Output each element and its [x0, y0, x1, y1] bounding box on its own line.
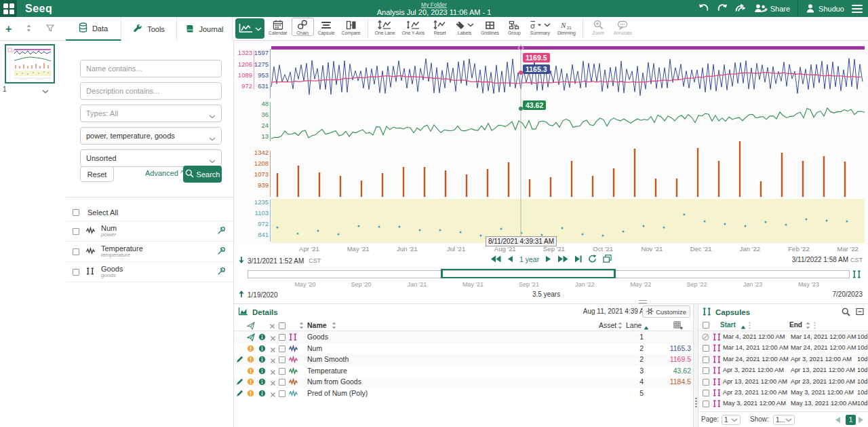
sort-up-icon[interactable] — [644, 323, 649, 331]
sort-select[interactable]: Unsorted — [80, 149, 222, 167]
tool-gridlines[interactable]: Gridlines — [478, 18, 502, 36]
chart-type-button[interactable] — [235, 18, 264, 39]
reset-button[interactable]: Reset — [80, 166, 114, 182]
sort-worksheets-icon[interactable] — [26, 24, 31, 33]
remove-icon[interactable] — [270, 346, 276, 354]
user-menu[interactable]: Shuduo — [806, 3, 844, 14]
capsule-row[interactable]: May 3, 2021 12:00 AMMay 13, 2021 12:00 A… — [698, 398, 868, 409]
tool-chain[interactable]: Chain — [292, 18, 314, 36]
kebab-icon[interactable] — [749, 322, 751, 331]
pencil-icon[interactable] — [236, 390, 243, 398]
share-forward-icon[interactable] — [735, 3, 747, 14]
capsule-checkbox[interactable] — [703, 356, 709, 363]
remove-icon[interactable] — [270, 379, 276, 388]
sort-up-icon[interactable] — [741, 323, 746, 331]
range-duration[interactable]: 1 year — [519, 255, 539, 263]
info-icon[interactable] — [258, 333, 266, 342]
advanced-link[interactable]: Advanced ^ — [145, 169, 184, 177]
types-select[interactable]: Types: All — [80, 105, 222, 122]
step-forward-icon[interactable] — [545, 255, 551, 264]
info-icon[interactable] — [258, 378, 266, 387]
row-checkbox[interactable] — [279, 346, 285, 352]
add-column-icon[interactable] — [673, 321, 683, 331]
select-all-rows-checkbox[interactable] — [279, 322, 285, 329]
redo-icon[interactable] — [717, 3, 728, 14]
sort-icon[interactable] — [806, 322, 810, 331]
tab-data[interactable]: Data — [66, 17, 121, 41]
kebab-icon[interactable] — [814, 322, 816, 331]
current-page[interactable]: 1 — [846, 415, 856, 425]
next-page-icon[interactable] — [858, 416, 864, 425]
remove-icon[interactable] — [270, 357, 276, 365]
datasource-select[interactable]: power, temperature, goods — [80, 127, 222, 145]
capsule-checkbox[interactable] — [703, 390, 709, 396]
trend-chart[interactable]: 1323120610899721597127595363148362413134… — [234, 41, 868, 244]
row-checkbox[interactable] — [279, 379, 285, 386]
duplicate-range-icon[interactable] — [603, 255, 612, 264]
breadcrumb[interactable]: My Folder — [421, 1, 447, 8]
info-icon[interactable] — [258, 356, 266, 365]
select-all-row[interactable]: Select All — [66, 204, 234, 221]
range-start[interactable]: 3/11/2021 1:52 AM — [248, 257, 304, 265]
capsule-checkbox[interactable] — [703, 345, 709, 352]
item-checkbox[interactable] — [73, 228, 79, 235]
tool-dimming[interactable]: N21Dimming — [555, 18, 578, 36]
pencil-icon[interactable] — [236, 356, 243, 365]
warning-icon[interactable] — [247, 356, 254, 365]
warning-icon[interactable] — [247, 390, 254, 398]
details-row-num[interactable]: Num21165.3 — [234, 344, 693, 355]
capsule-row[interactable]: Mar 24, 2021 12:00 AMApr 3, 2021 12:00 A… — [698, 354, 868, 365]
tool-capsule[interactable]: Capsule — [315, 18, 338, 36]
timebar-selected-window[interactable] — [441, 269, 616, 278]
pin-icon[interactable] — [217, 226, 226, 236]
select-all-checkbox[interactable] — [73, 209, 79, 216]
pencil-icon[interactable] — [236, 378, 243, 387]
item-checkbox[interactable] — [73, 269, 79, 276]
page-title[interactable]: Analysis Jul 20, 2023 11:06 AM - 1 — [377, 8, 492, 16]
sort-icon[interactable] — [299, 322, 304, 331]
details-row-temperature[interactable]: Temperature343.62 — [234, 366, 693, 377]
row-checkbox[interactable] — [279, 368, 285, 375]
worksheet-chevron-down-icon[interactable] — [42, 87, 49, 95]
tool-compare[interactable]: Compare — [339, 18, 363, 36]
page-select[interactable]: 1 — [722, 415, 741, 425]
skip-to-end-icon[interactable] — [574, 255, 582, 264]
tool-one-y-axis[interactable]: One Y-Axis — [399, 18, 427, 36]
details-row-num-smooth[interactable]: Num Smooth21169.5 — [234, 354, 693, 366]
range-start-arrow-icon[interactable] — [238, 256, 245, 265]
capsule-checkbox[interactable] — [703, 379, 709, 386]
capsule-row[interactable]: Apr 13, 2021 12:00 AMApr 23, 2021 12:00 … — [698, 377, 868, 388]
row-checkbox[interactable] — [279, 390, 285, 397]
capsule-row[interactable]: Mar 14, 2021 12:00 AMMar 24, 2021 12:00 … — [698, 343, 868, 354]
row-checkbox[interactable] — [279, 356, 285, 363]
refresh-icon[interactable] — [588, 255, 597, 264]
sort-icon[interactable] — [332, 322, 336, 331]
capsule-row[interactable]: Apr 3, 2021 12:00 AMApr 13, 2021 12:00 A… — [698, 365, 868, 376]
row-checkbox[interactable] — [279, 334, 285, 341]
pin-icon[interactable] — [217, 246, 226, 257]
capsule-checkbox[interactable] — [703, 401, 709, 407]
range-end[interactable]: 3/11/2022 1:58 AM — [792, 256, 848, 263]
sort-icon[interactable] — [618, 322, 623, 331]
panel-splitter[interactable] — [693, 304, 698, 427]
share-button[interactable]: Share — [754, 3, 790, 14]
undo-icon[interactable] — [698, 3, 709, 14]
worksheet-thumbnail[interactable] — [5, 44, 55, 83]
remove-all-icon[interactable] — [269, 322, 275, 331]
tool-labels[interactable]: Labels — [452, 18, 477, 36]
tab-journal[interactable]: Journal — [177, 17, 233, 41]
description-contains-input[interactable]: Description contains... — [80, 82, 222, 100]
tab-tools[interactable]: Tools — [121, 17, 177, 41]
add-worksheet-button[interactable]: + — [5, 23, 12, 35]
hamburger-icon[interactable] — [852, 5, 863, 13]
capsule-row[interactable]: Mar 4, 2021 12:00 AMMar 14, 2021 12:00 A… — [698, 332, 868, 343]
tool-one-lane[interactable]: One Lane — [372, 18, 398, 36]
customize-button[interactable]: Customize — [642, 305, 690, 318]
warning-icon[interactable] — [247, 345, 254, 354]
data-item-goods[interactable]: Goodsgoods — [66, 262, 234, 282]
remove-icon[interactable] — [270, 369, 276, 377]
item-checkbox[interactable] — [73, 248, 79, 255]
info-icon[interactable] — [258, 367, 266, 376]
info-icon[interactable] — [258, 390, 266, 398]
name-contains-input[interactable]: Name contains... — [80, 60, 222, 77]
